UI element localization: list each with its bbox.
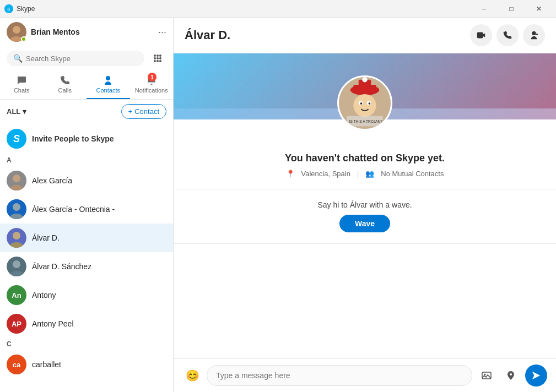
svg-point-6 bbox=[156, 55, 159, 57]
avatar bbox=[7, 171, 26, 190]
tab-contacts[interactable]: Contacts bbox=[87, 70, 130, 99]
meta-separator: | bbox=[357, 170, 359, 178]
app-body: Brian Mentos ··· 🔍 Ch bbox=[0, 18, 556, 392]
svg-point-11 bbox=[154, 60, 156, 62]
svg-text:S: S bbox=[7, 7, 10, 12]
emoji-button[interactable]: 😊 bbox=[182, 366, 202, 385]
app-title: Skype bbox=[17, 5, 35, 13]
avatar: AP bbox=[7, 314, 26, 334]
sidebar: Brian Mentos ··· 🔍 Ch bbox=[0, 18, 174, 392]
invite-people-item[interactable]: S Invite People to Skype bbox=[0, 123, 173, 154]
contact-name: Alex García bbox=[32, 176, 72, 185]
svg-point-7 bbox=[159, 55, 161, 57]
add-contact-label: Contact bbox=[134, 107, 159, 116]
location-button[interactable] bbox=[501, 366, 521, 385]
svg-point-35 bbox=[369, 102, 371, 105]
filter-label: ALL bbox=[7, 107, 20, 116]
message-input[interactable] bbox=[207, 365, 472, 386]
titlebar: S Skype – □ ✕ bbox=[0, 0, 556, 18]
contact-name: Antony bbox=[32, 291, 56, 300]
list-item[interactable]: Álvar D. Sánchez bbox=[0, 252, 173, 281]
avatar bbox=[7, 199, 26, 219]
wave-section: Say hi to Álvar with a wave. Wave bbox=[174, 189, 556, 244]
list-item[interactable]: AP Antony Peel bbox=[0, 309, 173, 338]
maximize-button[interactable]: □ bbox=[499, 0, 524, 18]
initials: ca bbox=[13, 361, 20, 369]
tab-contacts-label: Contacts bbox=[96, 87, 120, 94]
user-name: Brian Mentos bbox=[31, 28, 154, 36]
mutual-contacts-text: No Mutual Contacts bbox=[381, 170, 444, 178]
svg-point-34 bbox=[360, 102, 363, 105]
section-header-a: A bbox=[0, 154, 173, 166]
tab-chats[interactable]: Chats bbox=[0, 70, 44, 99]
tab-calls-label: Calls bbox=[58, 87, 72, 94]
audio-call-button[interactable] bbox=[496, 24, 519, 46]
svg-rect-38 bbox=[482, 372, 491, 379]
svg-point-13 bbox=[159, 60, 161, 62]
svg-text:IS THIS A TROJAN?: IS THIS A TROJAN? bbox=[349, 119, 382, 123]
mutual-contacts-icon: 👥 bbox=[365, 170, 374, 178]
video-call-button[interactable] bbox=[470, 24, 492, 46]
contact-name: Álex García - Ontecnia - bbox=[32, 205, 115, 214]
initials: An bbox=[12, 291, 21, 300]
list-item[interactable]: Alex García bbox=[0, 166, 173, 195]
skype-app-icon: S bbox=[4, 4, 13, 13]
svg-point-18 bbox=[13, 203, 20, 211]
skype-logo-icon: S bbox=[7, 129, 26, 149]
svg-point-8 bbox=[154, 57, 156, 59]
invite-label: Invite People to Skype bbox=[32, 134, 114, 143]
svg-point-31 bbox=[353, 94, 376, 117]
wave-button[interactable]: Wave bbox=[339, 215, 390, 232]
send-button[interactable] bbox=[525, 364, 547, 386]
svg-point-15 bbox=[13, 175, 20, 182]
profile-area: IS THIS A TROJAN? bbox=[174, 53, 556, 119]
tab-notifications[interactable]: 1 Notifications bbox=[130, 70, 174, 99]
avatar bbox=[7, 228, 26, 248]
contact-name: Álvar D. Sánchez bbox=[32, 262, 91, 271]
list-item[interactable]: Álvar D. bbox=[0, 224, 173, 252]
titlebar-left: S Skype bbox=[4, 4, 35, 13]
svg-point-24 bbox=[13, 260, 20, 268]
avatar: An bbox=[7, 285, 26, 305]
location-icon: 📍 bbox=[286, 170, 295, 178]
add-contact-button[interactable]: + Contact bbox=[121, 104, 166, 119]
profile-picture: IS THIS A TROJAN? bbox=[337, 75, 392, 130]
close-button[interactable]: ✕ bbox=[526, 0, 552, 18]
message-area bbox=[174, 244, 556, 358]
contact-list: S Invite People to Skype A Alex García Á… bbox=[0, 123, 173, 392]
add-contact-header-button[interactable] bbox=[523, 24, 545, 46]
svg-point-21 bbox=[13, 232, 20, 239]
avatar-wrapper bbox=[7, 22, 26, 42]
user-profile: Brian Mentos ··· bbox=[0, 18, 173, 46]
tab-chats-label: Chats bbox=[14, 87, 30, 94]
search-input-wrapper: 🔍 bbox=[7, 51, 144, 66]
chat-title: Álvar D. bbox=[185, 28, 463, 42]
wave-prompt-text: Say hi to Álvar with a wave. bbox=[317, 200, 412, 209]
filter-button[interactable]: ALL ▾ bbox=[7, 107, 26, 116]
list-item[interactable]: An Antony bbox=[0, 281, 173, 309]
more-options-button[interactable]: ··· bbox=[158, 26, 166, 38]
tab-notifications-label: Notifications bbox=[135, 87, 168, 94]
media-button[interactable] bbox=[477, 366, 496, 385]
search-bar: 🔍 bbox=[0, 46, 173, 70]
contact-name: carballet bbox=[32, 360, 61, 369]
profile-meta: 📍 Valencia, Spain | 👥 No Mutual Contacts bbox=[286, 170, 444, 178]
search-input[interactable] bbox=[26, 55, 138, 63]
chats-icon bbox=[16, 75, 27, 86]
svg-point-12 bbox=[156, 60, 159, 62]
filter-bar: ALL ▾ + Contact bbox=[0, 100, 173, 123]
contact-name: Antony Peel bbox=[32, 319, 74, 328]
main-content: Álvar D. bbox=[174, 18, 556, 392]
nav-tabs: Chats Calls Contacts 1 Notifications bbox=[0, 70, 173, 100]
online-status-dot bbox=[21, 36, 26, 42]
list-item[interactable]: Álex García - Ontecnia - bbox=[0, 195, 173, 224]
window-controls: – □ ✕ bbox=[471, 0, 552, 18]
dialpad-button[interactable] bbox=[149, 50, 166, 67]
minimize-button[interactable]: – bbox=[471, 0, 496, 18]
tab-calls[interactable]: Calls bbox=[44, 70, 87, 99]
list-item[interactable]: ca carballet bbox=[0, 350, 173, 379]
svg-point-30 bbox=[362, 77, 367, 82]
add-contact-icon: + bbox=[128, 107, 133, 116]
chat-header: Álvar D. bbox=[174, 18, 556, 53]
message-input-bar: 😊 bbox=[174, 358, 556, 392]
